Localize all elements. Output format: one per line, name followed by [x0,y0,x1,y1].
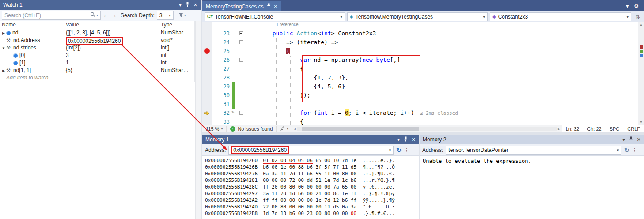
toolbar-overflow-icon[interactable]: ⋮ [632,147,638,153]
indent-mode[interactable]: SPC [606,126,624,132]
close-icon[interactable]: ✕ [274,4,277,9]
glyph-margin[interactable] [202,91,212,100]
glyph-margin[interactable] [202,29,212,38]
scroll-right-icon[interactable]: ▸ [558,127,560,131]
gear-icon[interactable]: ⚙ [634,3,639,9]
fold-collapse-icon[interactable] [239,111,243,115]
close-icon[interactable]: ✕ [412,137,416,143]
code-line-28[interactable]: 28 {1, 2, 3}, [202,73,638,82]
close-icon[interactable]: ✕ [193,2,197,8]
code-line-25[interactable]: 25 { [202,47,638,56]
eol-mode[interactable]: CRLF [623,126,644,132]
refresh-icon[interactable]: ↻ [624,147,629,154]
filter-button[interactable]: ▾ [178,12,186,19]
chevron-down-icon[interactable]: ▾ [389,148,391,152]
window-position-icon[interactable]: ▾ [397,137,400,143]
memory1-address-input[interactable]: 0x000002556B194260 ▾ [228,146,394,155]
memory-row[interactable]: 0x000002556B19426001 02 03 04 05 06 65 0… [205,157,419,164]
pin-icon[interactable] [404,136,408,143]
scroll-left-icon[interactable]: ◂ [294,127,296,131]
codelens-references[interactable]: 1 reference [202,22,638,29]
column-header-type[interactable]: Type [159,21,195,29]
glyph-margin[interactable] [202,100,212,109]
collapse-icon[interactable]: ▼ [1,45,6,52]
window-position-icon[interactable]: ▾ [622,137,625,143]
watch-row[interactable]: [1]1int [0,59,201,67]
watch-row[interactable]: [0]3int [0,52,201,59]
vertical-scrollbar[interactable]: ▲ ▼ [638,22,644,125]
glyph-margin[interactable] [202,47,212,56]
tab-memorytestingcases[interactable]: MemoryTestingCases.cs ✕ [202,1,281,11]
memory-row[interactable]: 0x000002556B19428100 00 00 72 00 dd 51 1… [205,177,419,184]
memory-hex-bytes[interactable]: 0a 3a 11 7d 1f b6 55 1f 00 80 00 [263,171,356,177]
glyph-margin[interactable] [202,82,212,91]
toolbar-overflow-icon[interactable]: ⋮ [404,147,410,153]
memory-hex-bytes[interactable]: b6 00 1e 00 88 b6 3f 5f 7f 11 d5 [263,164,356,170]
expand-icon[interactable]: ▶ [1,68,6,74]
watch-titlebar[interactable]: Watch 1 ▾ ✕ [0,0,201,10]
scrollbar-track[interactable] [297,127,557,131]
code-line-30[interactable]: 30 }); [202,91,638,100]
code-line-23[interactable]: 23 public Action<int> Constant2x3 [202,29,638,38]
code-line-24[interactable]: 24 => (iterate) => [202,38,638,47]
memory-hex-bytes[interactable]: ff 20 00 80 00 00 00 00 7a 65 00 [263,184,356,190]
memory-hex-bytes[interactable]: 3a 1f 7d 1d b6 00 21 00 8c fe ff [263,191,356,196]
glyph-margin[interactable] [202,38,212,47]
pin-icon[interactable] [267,3,271,10]
scroll-up-icon[interactable]: ▲ [638,23,644,26]
memory2-address-input[interactable]: tensor.TensorDataPointer ▾ [446,146,621,155]
glyph-margin[interactable] [202,73,212,82]
memory-row[interactable]: 0x000002556B1942A2ff ff 00 00 00 00 1c 7… [205,197,419,204]
glyph-margin[interactable] [202,117,212,125]
watch-row[interactable]: ▶nd{[[1, 2, 3], [4, 5, 6]]}NumShar… [0,29,201,37]
fold-collapse-icon[interactable] [239,31,243,35]
search-input[interactable]: Search (Ctrl+E) ▾ [2,11,101,20]
memory-hex-bytes[interactable]: 22 00 80 00 00 00 00 11 d5 0a 3a [263,204,356,210]
watch-row[interactable]: ⚒nd.Address0x000002556b194260void* [0,37,201,44]
memory-row[interactable]: 0x000002556B1942B81d 7d 13 b6 00 23 00 8… [205,210,419,217]
code-line-32[interactable]: 32✎ for (int i = 0; i < iterate; i++) ≤ … [202,109,638,117]
class-dropdown[interactable]: ◈ Tensorflow.MemoryTestingCases ▾ [347,12,488,21]
code-line-27[interactable]: 27 { [202,64,638,73]
glyph-margin[interactable] [202,109,212,117]
close-icon[interactable]: ✕ [637,137,641,143]
glyph-margin[interactable] [202,56,212,64]
scroll-down-icon[interactable]: ▼ [638,121,644,124]
code-cleanup-button[interactable]: ▾ [276,126,292,132]
memory1-titlebar[interactable]: Memory 1 ▾ ✕ [202,135,419,144]
scrollbar-thumb[interactable] [302,127,419,131]
fold-collapse-icon[interactable] [239,58,243,62]
split-window-icon[interactable]: ⇅ [636,14,642,20]
issues-indicator[interactable]: ✓ No issues found [226,126,276,132]
watch-scrollbar[interactable] [195,21,201,219]
search-icon[interactable] [90,12,95,19]
memory-row[interactable]: 0x000002556B1942AD22 00 80 00 00 00 00 1… [205,204,419,210]
member-dropdown[interactable]: ◆ Constant2x3 ▾ [490,12,631,21]
chevron-down-icon[interactable]: ▾ [617,148,619,152]
search-back-icon[interactable]: ← [103,12,109,19]
code-line-26[interactable]: 26 var nd = np.array(new byte[,] [202,56,638,64]
glyph-margin[interactable] [202,64,212,73]
pin-icon[interactable] [186,2,189,8]
memory-hex-bytes[interactable]: 00 00 00 72 00 dd 51 1e 7d 1c b6 [263,177,356,183]
code-line-33[interactable]: 33 { [202,117,638,125]
memory-hex-bytes[interactable]: 01 02 03 04 05 06 65 00 10 7d 1e [263,158,356,164]
chevron-down-icon[interactable]: ▾ [96,13,98,17]
memory2-content[interactable]: Unable to evaluate the expression. [420,156,644,219]
memory-row[interactable]: 0x000002556B1942760a 3a 11 7d 1f b6 55 1… [205,170,419,177]
project-dropdown[interactable]: C# TensorFlowNET.Console ▾ [205,12,345,21]
watch-add-row[interactable]: Add item to watch [0,74,201,82]
chevron-down-icon[interactable]: ▾ [626,3,629,9]
search-depth-combo[interactable]: 3 ▾ [157,11,174,20]
memory-row[interactable]: 0x000002556B19426Bb6 00 1e 00 88 b6 3f 5… [205,164,419,170]
memory-row[interactable]: 0x000002556B19428Cff 20 00 80 00 00 00 0… [205,184,419,190]
pin-icon[interactable] [629,136,633,143]
column-header-name[interactable]: Name [0,21,64,29]
memory-hex-bytes[interactable]: ff ff 00 00 00 00 1c 7d 12 b6 ff [263,197,356,203]
memory-hex-bytes[interactable]: 1d 7d 13 b6 00 23 00 80 00 00 00 [263,211,356,216]
memory2-titlebar[interactable]: Memory 2 ▾ ✕ [420,135,644,144]
fold-collapse-icon[interactable] [239,40,243,44]
column-header-value[interactable]: Value [64,21,159,29]
window-position-icon[interactable]: ▾ [179,2,182,8]
watch-row[interactable]: ▼⚒nd.strides{int[2]}int[] [0,44,201,52]
